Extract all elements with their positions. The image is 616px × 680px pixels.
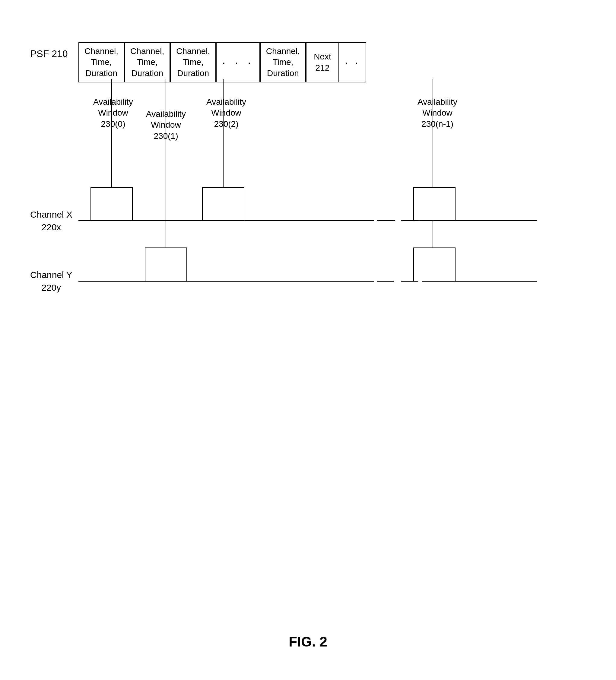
psf-cell-next: Next212 bbox=[306, 43, 339, 82]
channel-x-label: Channel X220x bbox=[30, 208, 72, 234]
psf-label: PSF 210 bbox=[30, 48, 68, 59]
psf-cell-dots2: · · bbox=[339, 43, 366, 82]
psf-cell-dots1: · · · bbox=[216, 43, 260, 82]
psf-cell-0: Channel,Time,Duration bbox=[79, 43, 124, 82]
psf-cell-3: Channel,Time,Duration bbox=[260, 43, 306, 82]
channel-y-line-left bbox=[79, 281, 374, 282]
diagram-container: PSF 210 Channel,Time,Duration Channel,Ti… bbox=[24, 24, 597, 507]
avail-label-0: AvailabilityWindow230(0) bbox=[89, 96, 137, 130]
pulse-x-n1 bbox=[413, 187, 456, 221]
psf-cell-1: Channel,Time,Duration bbox=[124, 43, 170, 82]
figure-label: FIG. 2 bbox=[289, 633, 327, 650]
psf-row: Channel,Time,Duration Channel,Time,Durat… bbox=[79, 42, 366, 82]
psf-cell-2: Channel,Time,Duration bbox=[170, 43, 216, 82]
pulse-y-1 bbox=[145, 248, 187, 281]
pulse-x-0 bbox=[90, 187, 133, 221]
channel-x-dash1 bbox=[377, 220, 395, 221]
channel-y-label: Channel Y220y bbox=[30, 268, 72, 294]
avail-label-n1: AvailabilityWindow230(n-1) bbox=[410, 96, 465, 130]
pulse-x-2 bbox=[202, 187, 244, 221]
avail-label-1: AvailabilityWindow230(1) bbox=[142, 109, 190, 142]
pulse-y-n1 bbox=[413, 248, 456, 281]
channel-y-dash1 bbox=[377, 281, 394, 282]
avail-label-2: AvailabilityWindow230(2) bbox=[202, 96, 251, 130]
